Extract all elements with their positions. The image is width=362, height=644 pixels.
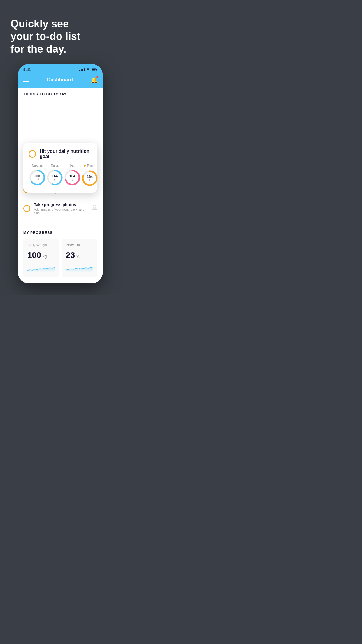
hero-section: Quickly see your to-do list for the day. bbox=[0, 0, 121, 64]
battery-icon bbox=[92, 67, 97, 72]
hero-line3: for the day. bbox=[10, 43, 66, 55]
body-fat-label: Body Fat bbox=[66, 243, 93, 247]
calories-donut: 2000 cal bbox=[29, 169, 46, 186]
notification-bell[interactable]: 🔔 bbox=[91, 76, 98, 83]
nutrition-check-circle bbox=[29, 150, 36, 158]
body-fat-chart bbox=[66, 263, 93, 272]
spacer bbox=[18, 99, 103, 103]
carbs-label: Carbs bbox=[51, 164, 59, 167]
nutrition-calories: Calories 2000 cal bbox=[29, 164, 46, 186]
nav-title: Dashboard bbox=[47, 77, 73, 83]
calories-unit: cal bbox=[34, 178, 41, 181]
nutrition-card-title: Hit your daily nutrition goal bbox=[40, 149, 92, 159]
nutrition-fat: Fat 164 g bbox=[64, 164, 81, 186]
status-icons bbox=[79, 67, 97, 72]
body-weight-unit: kg bbox=[43, 254, 47, 259]
phone-mockup: 9:41 bbox=[18, 64, 103, 283]
nutrition-card[interactable]: Hit your daily nutrition goal Calories 2… bbox=[23, 143, 97, 193]
protein-donut: 164 g bbox=[81, 169, 99, 187]
body-fat-unit: % bbox=[76, 254, 80, 259]
progress-cards: Body Weight 100 kg bbox=[23, 239, 97, 283]
svg-point-8 bbox=[94, 207, 95, 209]
protein-label: ★ Protein bbox=[83, 164, 96, 168]
progress-header: MY PROGRESS bbox=[23, 231, 97, 235]
body-weight-value: 100 bbox=[27, 251, 41, 260]
todo-item-progress-photos[interactable]: Take progress photos Add images of your … bbox=[18, 198, 103, 219]
protein-star-icon: ★ bbox=[83, 164, 86, 168]
todo-circle-progress-photos bbox=[23, 205, 30, 212]
nutrition-row: Calories 2000 cal Carbs bbox=[29, 164, 92, 187]
hero-line2: your to-do list bbox=[10, 30, 80, 42]
body-fat-value: 23 bbox=[66, 251, 75, 260]
carbs-donut: 164 g bbox=[46, 169, 64, 186]
nutrition-carbs: Carbs 164 g bbox=[46, 164, 64, 186]
fat-donut: 164 g bbox=[64, 169, 81, 186]
nutrition-protein: ★ Protein 164 g bbox=[81, 164, 99, 187]
progress-section: MY PROGRESS Body Weight 100 kg bbox=[18, 225, 103, 283]
todo-subtitle-progress-photos: Add images of your front, back, and side bbox=[34, 208, 88, 215]
photo-icon bbox=[92, 205, 97, 212]
wifi-icon bbox=[86, 68, 90, 71]
hero-title: Quickly see your to-do list for the day. bbox=[10, 18, 110, 55]
carbs-unit: g bbox=[52, 178, 58, 181]
things-to-do-header: THINGS TO DO TODAY bbox=[18, 88, 103, 99]
nav-bar: Dashboard 🔔 bbox=[18, 74, 103, 88]
fat-label: Fat bbox=[70, 164, 74, 167]
body-weight-chart bbox=[27, 263, 55, 272]
signal-icon bbox=[79, 68, 85, 71]
svg-rect-1 bbox=[92, 69, 96, 70]
svg-rect-7 bbox=[92, 206, 97, 210]
calories-label: Calories bbox=[32, 164, 43, 167]
fat-unit: g bbox=[69, 178, 75, 181]
body-weight-label: Body Weight bbox=[27, 243, 55, 247]
protein-unit: g bbox=[87, 179, 93, 181]
hamburger-menu[interactable] bbox=[23, 78, 29, 82]
hero-line1: Quickly see bbox=[10, 18, 69, 30]
spacer2 bbox=[18, 219, 103, 225]
body-weight-card[interactable]: Body Weight 100 kg bbox=[23, 239, 59, 277]
status-bar: 9:41 bbox=[18, 64, 103, 74]
body-fat-card[interactable]: Body Fat 23 % bbox=[62, 239, 97, 277]
todo-title-progress-photos: Take progress photos bbox=[34, 202, 88, 207]
notification-dot bbox=[96, 76, 99, 78]
status-time: 9:41 bbox=[23, 67, 31, 72]
